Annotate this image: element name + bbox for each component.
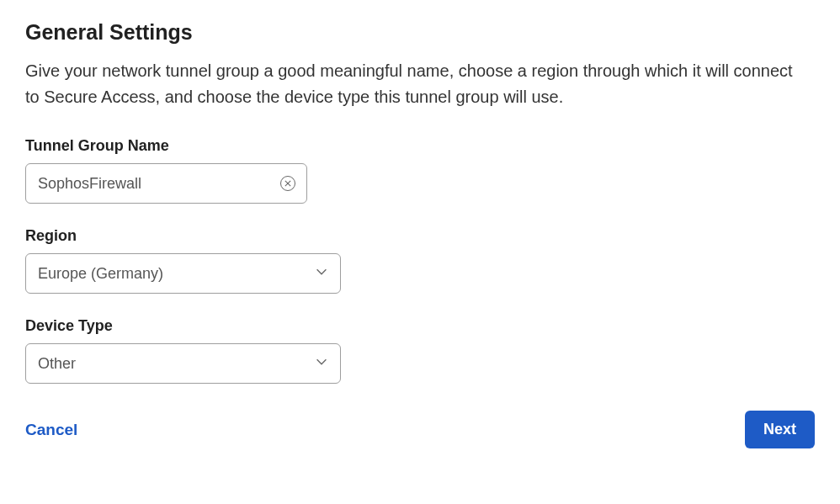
cancel-button[interactable]: Cancel [25, 421, 77, 439]
page-description: Give your network tunnel group a good me… [25, 58, 800, 110]
region-field: Region Europe (Germany) [25, 227, 815, 294]
close-icon [284, 180, 291, 187]
clear-input-button[interactable] [280, 176, 295, 191]
page-title: General Settings [25, 20, 815, 45]
region-label: Region [25, 227, 815, 245]
region-select-wrapper: Europe (Germany) [25, 253, 341, 294]
device-type-select-wrapper: Other [25, 343, 341, 384]
device-type-field: Device Type Other [25, 317, 815, 384]
tunnel-group-name-field: Tunnel Group Name [25, 137, 815, 204]
next-button[interactable]: Next [745, 411, 815, 448]
tunnel-group-name-label: Tunnel Group Name [25, 137, 815, 155]
region-select[interactable]: Europe (Germany) [25, 253, 341, 294]
region-selected-value: Europe (Germany) [38, 265, 163, 283]
tunnel-group-name-input[interactable] [25, 163, 307, 204]
tunnel-group-name-input-wrapper [25, 163, 307, 204]
device-type-label: Device Type [25, 317, 815, 335]
device-type-select[interactable]: Other [25, 343, 341, 384]
footer-actions: Cancel Next [25, 411, 815, 448]
device-type-selected-value: Other [38, 355, 76, 373]
